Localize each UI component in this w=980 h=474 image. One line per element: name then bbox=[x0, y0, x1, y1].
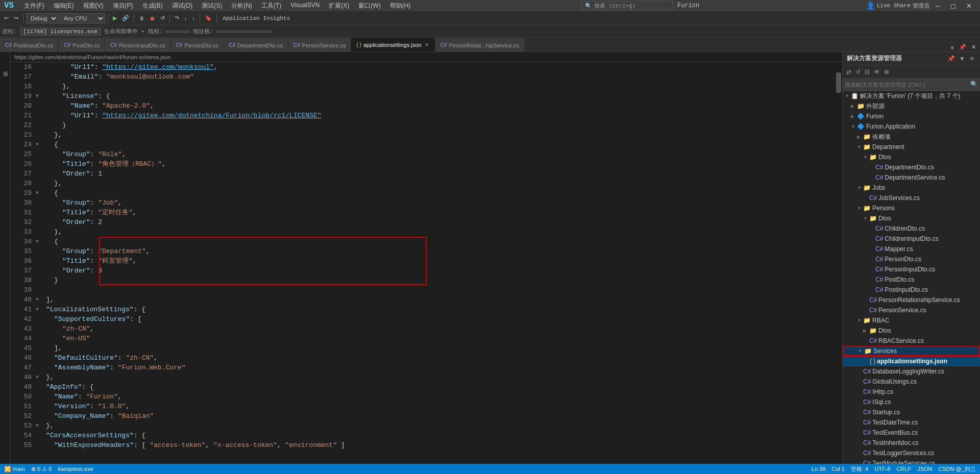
tree-children-dto[interactable]: ▶ C# ChildrenDto.cs bbox=[843, 223, 980, 234]
tree-furion-project[interactable]: ▶ 🔷 Furion bbox=[843, 111, 980, 121]
tab-list-button[interactable]: ≡ bbox=[949, 43, 956, 52]
menu-tools[interactable]: 工具(T) bbox=[257, 1, 285, 11]
tree-services-folder[interactable]: ▼ 📁 Services bbox=[843, 346, 980, 356]
expand-marker-54[interactable]: ▼ bbox=[36, 421, 44, 431]
expand-marker-41[interactable]: ▼ bbox=[36, 295, 44, 305]
tree-startup[interactable]: ▶ C# Startup.cs bbox=[843, 407, 980, 417]
panel-pin-btn[interactable]: 📌 bbox=[946, 55, 957, 63]
tree-db-logging[interactable]: ▶ C# DatabaseLoggingWriter.cs bbox=[843, 366, 980, 377]
expand-marker-34[interactable]: ▼ bbox=[36, 237, 44, 246]
expand-marker-42[interactable]: ▼ bbox=[36, 305, 44, 314]
tree-post-dto[interactable]: ▶ C# PostDto.cs bbox=[843, 275, 980, 285]
expand-marker-49[interactable]: ▼ bbox=[36, 372, 44, 382]
tree-jobs[interactable]: ▼ 📁 Jobs bbox=[843, 183, 980, 193]
code-area[interactable]: "Url1": "https://gitee.com/monksoul", "E… bbox=[44, 62, 835, 464]
tree-mapper[interactable]: ▶ C# Mapper.cs bbox=[843, 244, 980, 254]
status-branch[interactable]: 🔀 main bbox=[4, 466, 25, 472]
tab-department-dto[interactable]: C# DepartmentDto.cs bbox=[224, 38, 288, 52]
tree-persons[interactable]: ▼ 📁 Persons bbox=[843, 203, 980, 213]
sol-collapse-btn[interactable]: ⊟ bbox=[863, 68, 871, 76]
tab-close-appsettings[interactable]: ✕ bbox=[424, 41, 430, 48]
step-out-button[interactable]: ↑ bbox=[190, 14, 198, 22]
tree-person-dto[interactable]: ▶ C# PersonDto.cs bbox=[843, 254, 980, 264]
tab-appsettings[interactable]: { } applicationsettings.json ✕ bbox=[351, 38, 435, 52]
menu-visualsvn[interactable]: VisualSVN bbox=[286, 1, 324, 11]
tree-person-rel-svc[interactable]: ▶ C# PersonRelationshipService.cs bbox=[843, 295, 980, 305]
tree-rbac-dtos[interactable]: ▶ 📁 Dtos bbox=[843, 326, 980, 336]
tree-test-inheritdoc[interactable]: ▶ C# TestInheritdoc.cs bbox=[843, 438, 980, 448]
menu-test[interactable]: 测试(S) bbox=[198, 1, 226, 11]
menu-window[interactable]: 窗口(W) bbox=[354, 1, 384, 11]
tree-arrow-rbac[interactable]: ▼ bbox=[857, 318, 863, 323]
app-insights-btn[interactable]: Application Insights bbox=[219, 14, 293, 22]
debug-mode-select[interactable]: Debug bbox=[26, 13, 58, 23]
tree-test-module[interactable]: ▶ C# TestModuleServices.cs bbox=[843, 458, 980, 464]
tab-person-dto[interactable]: C# PersonDto.cs bbox=[171, 38, 224, 52]
tree-appsettings-file[interactable]: ▶ { } applicationsettings.json bbox=[843, 356, 980, 366]
tab-post-dto[interactable]: C# PostDto.cs bbox=[59, 38, 105, 52]
restart-button[interactable]: ↺ bbox=[158, 14, 167, 22]
tree-arrow-persons[interactable]: ▼ bbox=[857, 206, 863, 211]
tree-isql[interactable]: ▶ C# ISql.cs bbox=[843, 397, 980, 407]
panel-dropdown-btn[interactable]: ▼ bbox=[958, 55, 967, 63]
step-into-button[interactable]: ↓ bbox=[182, 14, 189, 22]
tree-arrow-services[interactable]: ▼ bbox=[858, 348, 864, 354]
status-encoding[interactable]: UTF-8 bbox=[874, 466, 890, 472]
tree-external-sources[interactable]: ▶ 📁 外部源 bbox=[843, 101, 980, 111]
tab-close-all-button[interactable]: ✕ bbox=[969, 43, 978, 52]
menu-project[interactable]: 项目(P) bbox=[109, 1, 137, 11]
status-line-ending[interactable]: CRLF bbox=[896, 466, 911, 472]
undo-button[interactable]: ↩ bbox=[2, 14, 11, 22]
tree-arrow-dept[interactable]: ▼ bbox=[857, 144, 863, 149]
pause-button[interactable]: ⏸ bbox=[137, 14, 146, 22]
step-over-button[interactable]: ↷ bbox=[173, 14, 181, 22]
restore-button[interactable]: ◻ bbox=[946, 1, 960, 11]
redo-button[interactable]: ↪ bbox=[12, 14, 20, 22]
tree-arrow-deps[interactable]: ▶ bbox=[857, 134, 863, 139]
tree-arrow-external[interactable]: ▶ bbox=[851, 104, 857, 109]
expand-marker-29[interactable]: ▼ bbox=[36, 188, 44, 198]
tree-arrow-app[interactable]: ▼ bbox=[851, 124, 857, 129]
tree-arrow-rbac-dtos[interactable]: ▶ bbox=[863, 328, 869, 333]
tree-person-svc[interactable]: ▶ C# PersonService.cs bbox=[843, 305, 980, 315]
tree-rbac-svc[interactable]: ▶ C# RBACService.cs bbox=[843, 336, 980, 346]
tree-dept-dtos[interactable]: ▼ 📁 Dtos bbox=[843, 152, 980, 162]
tree-global-usings[interactable]: ▶ C# GlobalUsings.cs bbox=[843, 377, 980, 387]
tab-person-input-dto[interactable]: C# PersonInputDto.cs bbox=[105, 38, 170, 52]
solution-search-input[interactable] bbox=[845, 82, 970, 88]
tab-person-service[interactable]: C# PersonService.cs bbox=[288, 38, 351, 52]
menu-analyze[interactable]: 分析(N) bbox=[227, 1, 256, 11]
left-tab-server[interactable]: 服 bbox=[0, 52, 10, 83]
tab-pin-button[interactable]: 📌 bbox=[957, 43, 968, 52]
tree-rbac[interactable]: ▼ 📁 RBAC bbox=[843, 315, 980, 326]
tree-ihttp[interactable]: ▶ C# IHttp.cs bbox=[843, 387, 980, 397]
tree-dependencies[interactable]: ▶ 📁 依赖项 bbox=[843, 132, 980, 142]
vertical-scrollbar[interactable] bbox=[835, 62, 842, 464]
run-button[interactable]: ▶ bbox=[111, 14, 119, 22]
tree-job-services[interactable]: ▶ C# JobServices.cs bbox=[843, 193, 980, 203]
tree-test-datetime[interactable]: ▶ C# TestDateTime.cs bbox=[843, 417, 980, 428]
status-language[interactable]: JSON bbox=[917, 466, 932, 472]
tree-test-eventbus[interactable]: ▶ C# TestEventBus.cs bbox=[843, 428, 980, 438]
tree-dept-dto[interactable]: ▶ C# DepartmentDto.cs bbox=[843, 162, 980, 172]
menu-help[interactable]: 帮助(H) bbox=[386, 1, 415, 11]
tree-arrow-dept-dtos[interactable]: ▼ bbox=[863, 155, 869, 160]
status-line[interactable]: Ln 38 bbox=[812, 466, 826, 472]
tree-test-logger[interactable]: ▶ C# TestLoggerServices.cs bbox=[843, 448, 980, 458]
live-share-btn[interactable]: Live Share bbox=[877, 3, 911, 9]
tab-person-rel-service[interactable]: C# PersonRelati...hipService.cs bbox=[435, 38, 525, 52]
attach-button[interactable]: 🔗 bbox=[120, 14, 131, 22]
status-errors[interactable]: ⊗ 0 ⚠ 0 bbox=[31, 466, 52, 472]
tab-post-input-dto[interactable]: C# PostInputDto.cs bbox=[0, 38, 59, 52]
bookmark-button[interactable]: 🔖 bbox=[203, 14, 214, 22]
tree-arrow-jobs[interactable]: ▼ bbox=[857, 185, 863, 190]
tree-persons-dtos[interactable]: ▼ 📁 Dtos bbox=[843, 213, 980, 223]
menu-file[interactable]: 文件(F) bbox=[20, 1, 48, 11]
sol-show-all-btn[interactable]: 👁 bbox=[872, 68, 881, 76]
expand-marker-24[interactable]: ▼ bbox=[36, 140, 44, 149]
thread-select[interactable] bbox=[165, 31, 190, 33]
status-col[interactable]: Col 1 bbox=[831, 466, 845, 472]
menu-extensions[interactable]: 扩展(X) bbox=[325, 1, 353, 11]
menu-build[interactable]: 生成(B) bbox=[138, 1, 167, 11]
tree-solution-root[interactable]: ▼ 📋 解决方案 'Furion' (7 个项目，共 7 个) bbox=[843, 91, 980, 101]
